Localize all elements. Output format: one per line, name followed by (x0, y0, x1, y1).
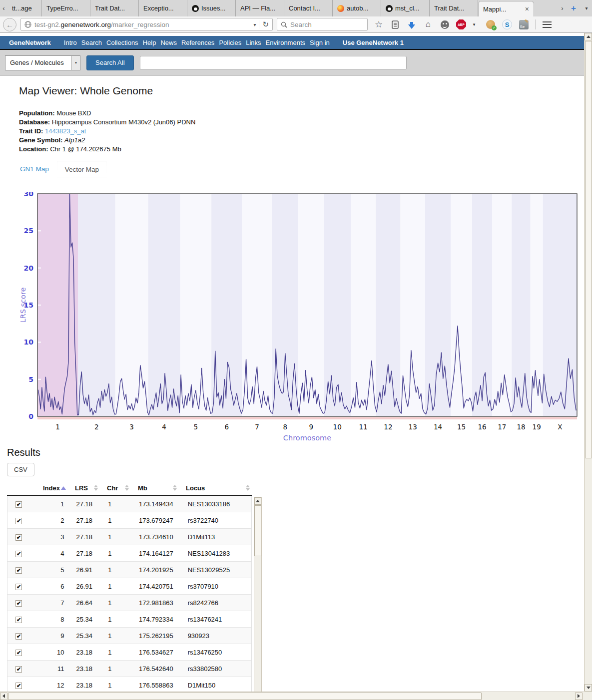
browser-tab[interactable]: Trait Dat... (90, 0, 139, 16)
column-header-locus[interactable]: Locus (179, 484, 252, 492)
row-checkbox[interactable]: ✔ (15, 551, 22, 557)
home-icon[interactable]: ⌂ (423, 19, 433, 30)
x-tick-label: 9 (309, 423, 314, 431)
row-checkbox[interactable]: ✔ (15, 683, 22, 689)
reload-icon[interactable]: ↻ (262, 20, 269, 29)
nav-item-help[interactable]: Help (143, 39, 156, 46)
tab-label: autob... (347, 4, 368, 12)
tab-close-icon[interactable]: × (525, 5, 529, 13)
url-field[interactable]: test-gn2.genenetwork.org/marker_regressi… (20, 18, 273, 31)
row-checkbox[interactable]: ✔ (15, 584, 22, 590)
nav-item-collections[interactable]: Collections (106, 39, 138, 46)
table-scrollbar[interactable] (254, 497, 262, 695)
scroll-right-icon[interactable] (575, 693, 583, 700)
tab-list-caret-icon[interactable]: ▾ (581, 0, 592, 16)
nav-item-policies[interactable]: Policies (219, 39, 241, 46)
csv-button[interactable]: CSV (7, 463, 34, 476)
nav-item-intro[interactable]: Intro (64, 39, 77, 46)
tab-gn1-map[interactable]: GN1 Map (19, 161, 57, 178)
reading-list-icon[interactable] (390, 19, 400, 30)
browser-tab[interactable]: Exceptio... (139, 0, 187, 16)
column-header-lrs[interactable]: LRS (68, 484, 100, 492)
url-dropdown-caret-icon[interactable]: ▾ (253, 22, 256, 27)
browser-tab[interactable]: Trait Dat... (430, 0, 478, 16)
row-checkbox[interactable]: ✔ (15, 617, 22, 623)
browser-tab[interactable]: autob... (333, 0, 381, 16)
select-caret-icon[interactable]: ▾ (71, 56, 80, 70)
menu-icon[interactable] (542, 19, 552, 30)
browser-tab[interactable]: TypeErro... (42, 0, 90, 16)
sort-icon[interactable] (173, 485, 177, 491)
back-button[interactable]: ← (3, 18, 16, 31)
chat-icon[interactable] (440, 19, 450, 30)
browser-tab[interactable]: Issues... (187, 0, 236, 16)
row-checkbox[interactable]: ✔ (15, 534, 22, 541)
sort-icon[interactable] (94, 485, 98, 491)
row-checkbox[interactable]: ✔ (15, 666, 22, 673)
use-genenetwork1-link[interactable]: Use GeneNetwork 1 (343, 39, 404, 46)
table-scroll-thumb[interactable] (254, 505, 261, 556)
cookie-addon-icon[interactable] (486, 19, 496, 30)
column-header-index[interactable]: Index (36, 484, 68, 492)
scroll-down-icon[interactable] (585, 684, 592, 692)
selenium-icon[interactable]: Se (519, 19, 529, 30)
cell-index: 2 (36, 517, 68, 524)
trait-field: Population: Mouse BXD (19, 109, 592, 118)
row-checkbox[interactable]: ✔ (15, 650, 22, 656)
scroll-left-icon[interactable] (0, 693, 7, 700)
field-value: Chr 1 @ 174.202675 Mb (50, 145, 121, 153)
browser-search-field[interactable] (277, 18, 368, 31)
nav-item-sign-in[interactable]: Sign in (310, 39, 330, 46)
adblock-icon[interactable]: ABP (456, 19, 466, 30)
row-checkbox[interactable]: ✔ (15, 567, 22, 574)
adblock-caret-icon[interactable]: ▾ (469, 19, 479, 30)
table-row: ✔726.641172.981863rs8242766 (7, 595, 251, 611)
download-icon[interactable] (407, 19, 417, 30)
search-category-select[interactable]: Genes / Molecules ▾ (5, 55, 80, 70)
horizontal-scroll-thumb[interactable] (8, 693, 482, 700)
search-all-button[interactable]: Search All (86, 55, 134, 70)
table-row: ✔427.181174.164127NES13041283 (7, 545, 251, 562)
sort-icon[interactable] (246, 485, 250, 491)
column-header-chr[interactable]: Chr (100, 484, 131, 492)
vertical-scroll-thumb[interactable] (585, 41, 592, 458)
sort-icon[interactable] (61, 486, 66, 490)
gn-query-input[interactable] (140, 56, 407, 70)
browser-search-input[interactable] (290, 21, 355, 28)
tab-vector-map[interactable]: Vector Map (57, 161, 107, 178)
browser-tab[interactable]: API — Fla... (236, 0, 284, 16)
row-checkbox[interactable]: ✔ (15, 518, 22, 524)
scroll-up-icon[interactable] (585, 33, 592, 40)
nav-item-links[interactable]: Links (246, 39, 261, 46)
column-header-mb[interactable]: Mb (131, 484, 179, 492)
cell-locus: D1Mit113 (179, 533, 251, 541)
tab-label: Contact I... (289, 4, 320, 12)
browser-tab[interactable]: mst_cl... (381, 0, 430, 16)
trait-id-link[interactable]: 1443823_s_at (45, 127, 86, 135)
tab-scroll-left-icon[interactable]: ‹ (0, 0, 7, 16)
new-tab-button[interactable]: + (566, 0, 581, 16)
page-horizontal-scrollbar[interactable] (0, 692, 584, 700)
tab-scroll-right-icon[interactable]: › (559, 0, 566, 16)
browser-tab[interactable]: tt...age (7, 0, 42, 16)
page-vertical-scrollbar[interactable] (584, 33, 592, 692)
nav-item-search[interactable]: Search (81, 39, 102, 46)
nav-item-environments[interactable]: Environments (266, 39, 305, 46)
table-scroll-up-icon[interactable] (254, 497, 261, 505)
skype-icon[interactable]: S (502, 19, 512, 30)
row-checkbox[interactable]: ✔ (15, 600, 22, 607)
browser-tab[interactable]: Contact I... (284, 0, 333, 16)
cell-lrs: 25.34 (68, 616, 100, 623)
row-checkbox[interactable]: ✔ (15, 501, 22, 508)
nav-item-references[interactable]: References (181, 39, 214, 46)
column-label: Index (43, 484, 60, 492)
tab-active[interactable]: Mappi...× (478, 1, 534, 16)
cell-lrs: 27.18 (68, 533, 100, 541)
x-tick-label: 13 (409, 423, 417, 431)
gn-brand[interactable]: GeneNetwork (9, 39, 51, 46)
nav-item-news[interactable]: News (160, 39, 177, 46)
row-checkbox[interactable]: ✔ (15, 633, 22, 640)
sort-icon[interactable] (125, 485, 129, 491)
gn-search-bar: Genes / Molecules ▾ Search All (0, 50, 592, 76)
bookmark-star-icon[interactable]: ☆ (374, 19, 384, 30)
